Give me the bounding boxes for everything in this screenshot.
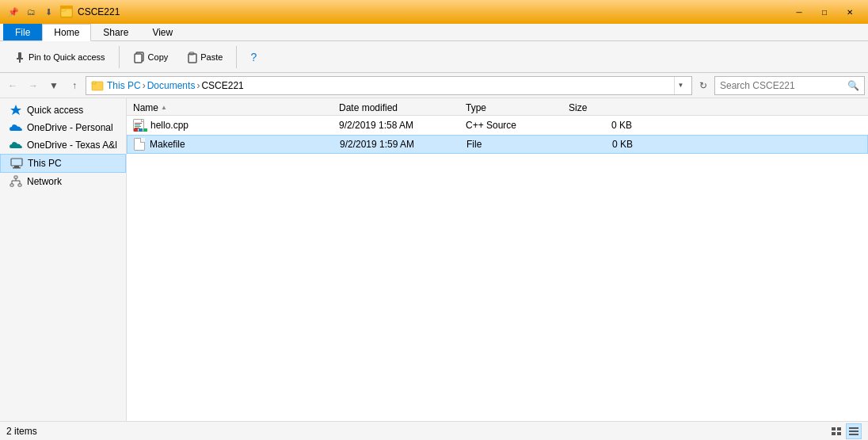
- svg-rect-2: [18, 52, 21, 59]
- svg-rect-12: [11, 159, 22, 166]
- onedrive-personal-icon: [10, 121, 22, 134]
- file-name-hello-cpp: hello.cpp: [133, 119, 339, 132]
- file-name-text-makefile: Makefile: [150, 139, 185, 150]
- help-button[interactable]: ?: [243, 44, 264, 70]
- breadcrumb-current: CSCE221: [201, 80, 243, 91]
- pin-to-quick-access-button[interactable]: Pin to Quick access: [6, 44, 112, 70]
- svg-rect-6: [135, 54, 142, 63]
- copy-button[interactable]: Copy: [126, 44, 176, 70]
- address-bar[interactable]: This PC › Documents › CSCE221 ▼: [86, 76, 692, 95]
- sidebar-label-quick-access: Quick access: [27, 105, 83, 116]
- help-icon: ?: [250, 51, 257, 63]
- search-icon[interactable]: 🔍: [847, 80, 859, 91]
- title-bar-left: 📌 🗂 ⬇ CSCE221: [6, 5, 120, 19]
- search-bar[interactable]: 🔍: [714, 76, 865, 95]
- file-name-text-hello-cpp: hello.cpp: [150, 120, 188, 131]
- col-header-size[interactable]: Size: [569, 102, 632, 113]
- breadcrumb-sep-2: ›: [196, 80, 200, 91]
- svg-rect-10: [92, 82, 96, 84]
- ribbon-tabs: File Home Share View: [0, 24, 868, 41]
- sidebar-item-quick-access[interactable]: Quick access: [0, 101, 126, 119]
- generic-file-icon: [134, 138, 145, 151]
- view-list-icon: [831, 426, 842, 437]
- pin-icon: [13, 51, 26, 63]
- paste-button[interactable]: Paste: [178, 44, 230, 70]
- file-modified-makefile: 9/2/2019 1:59 AM: [340, 139, 466, 150]
- folder-icon: [91, 79, 104, 92]
- pin-area: 📌 🗂 ⬇: [6, 5, 55, 19]
- tab-file[interactable]: File: [3, 24, 42, 40]
- breadcrumb-documents[interactable]: Documents: [147, 80, 196, 91]
- col-header-name[interactable]: Name ▲: [133, 102, 339, 113]
- refresh-button[interactable]: ↻: [694, 76, 713, 95]
- sidebar-label-onedrive-texas: OneDrive - Texas A&l: [27, 140, 117, 151]
- col-header-modified[interactable]: Date modified: [339, 102, 466, 113]
- ribbon-separator-2: [236, 46, 237, 68]
- file-list-header: Name ▲ Date modified Type Size: [127, 98, 868, 116]
- main-layout: Quick access OneDrive - Personal OneDriv…: [0, 98, 868, 421]
- view-detail-icon: [848, 426, 859, 437]
- address-dropdown-button[interactable]: ▼: [674, 77, 687, 94]
- table-row[interactable]: Makefile 9/2/2019 1:59 AM File 0 KB: [127, 135, 868, 154]
- file-pane: Name ▲ Date modified Type Size: [127, 98, 868, 421]
- maximize-button[interactable]: □: [813, 4, 836, 20]
- network-icon: [10, 175, 22, 188]
- unpin-button[interactable]: 🗂: [24, 5, 38, 19]
- svg-rect-17: [18, 184, 21, 186]
- this-pc-icon: [10, 157, 23, 170]
- view-list-button[interactable]: [828, 423, 844, 439]
- breadcrumb-sep-1: ›: [143, 80, 146, 91]
- sidebar-item-this-pc[interactable]: This PC: [0, 154, 126, 173]
- nav-bar: ← → ▼ ↑ This PC › Documents › CSCE221 ▼ …: [0, 73, 868, 98]
- sort-arrow-name: ▲: [161, 104, 167, 111]
- title-bar: 📌 🗂 ⬇ CSCE221 ─ □ ✕: [0, 0, 868, 24]
- svg-rect-7: [188, 54, 196, 63]
- pin-button[interactable]: 📌: [6, 5, 21, 19]
- sidebar-item-network[interactable]: Network: [0, 173, 126, 190]
- svg-rect-3: [17, 58, 23, 59]
- ribbon-separator-1: [119, 46, 120, 68]
- breadcrumb: This PC › Documents › CSCE221: [107, 80, 244, 91]
- copy-icon: [133, 51, 146, 63]
- sidebar-item-onedrive-personal[interactable]: OneDrive - Personal: [0, 119, 126, 136]
- sidebar-label-this-pc: This PC: [28, 158, 62, 169]
- file-type-makefile: File: [466, 139, 569, 150]
- tab-home[interactable]: Home: [42, 24, 91, 41]
- svg-rect-28: [849, 434, 858, 435]
- tab-share[interactable]: Share: [91, 24, 140, 40]
- svg-rect-24: [837, 427, 841, 430]
- paste-icon: [185, 51, 198, 63]
- svg-rect-4: [19, 59, 21, 63]
- breadcrumb-this-pc[interactable]: This PC: [107, 80, 141, 91]
- file-size-makefile: 0 KB: [569, 139, 633, 150]
- status-count: 2 items: [6, 426, 37, 437]
- table-row[interactable]: hello.cpp 9/2/2019 1:58 AM C++ Source 0 …: [127, 116, 868, 135]
- svg-rect-13: [14, 166, 19, 167]
- quick-access-icon: [10, 104, 22, 117]
- search-input[interactable]: [720, 80, 844, 91]
- forward-button[interactable]: →: [24, 76, 43, 95]
- svg-rect-15: [14, 176, 17, 178]
- back-button[interactable]: ←: [3, 76, 22, 95]
- sidebar-label-onedrive-personal: OneDrive - Personal: [27, 122, 113, 133]
- minimize-button[interactable]: ─: [787, 4, 811, 20]
- file-name-makefile: Makefile: [134, 138, 340, 151]
- col-header-type[interactable]: Type: [466, 102, 569, 113]
- close-button[interactable]: ✕: [838, 4, 862, 20]
- up-button[interactable]: ↑: [65, 76, 84, 95]
- onedrive-texas-icon: [10, 139, 22, 151]
- ribbon-content: Pin to Quick access Copy Paste ?: [0, 41, 868, 73]
- file-type-hello-cpp: C++ Source: [466, 120, 569, 131]
- recent-locations-button[interactable]: ▼: [44, 76, 63, 95]
- view-detail-button[interactable]: [846, 423, 862, 439]
- title-bar-buttons: ─ □ ✕: [787, 4, 862, 20]
- sidebar-item-onedrive-texas[interactable]: OneDrive - Texas A&l: [0, 136, 126, 154]
- tab-view[interactable]: View: [140, 24, 185, 40]
- svg-marker-11: [10, 105, 21, 115]
- menu-button[interactable]: ⬇: [41, 5, 55, 19]
- status-bar: 2 items: [0, 421, 868, 440]
- sidebar-label-network: Network: [27, 176, 62, 187]
- view-controls: [828, 423, 862, 439]
- svg-rect-26: [849, 427, 858, 429]
- file-modified-hello-cpp: 9/2/2019 1:58 AM: [339, 120, 466, 131]
